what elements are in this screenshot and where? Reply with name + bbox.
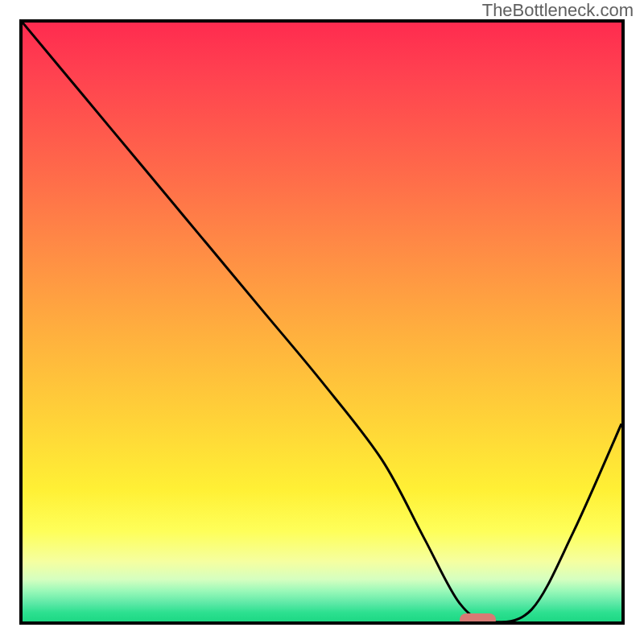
chart-plot-area [19,19,625,625]
watermark-text: TheBottleneck.com [482,0,634,21]
bottleneck-curve-line [23,23,621,621]
optimal-point-marker [460,613,496,625]
curve-svg [23,23,621,621]
